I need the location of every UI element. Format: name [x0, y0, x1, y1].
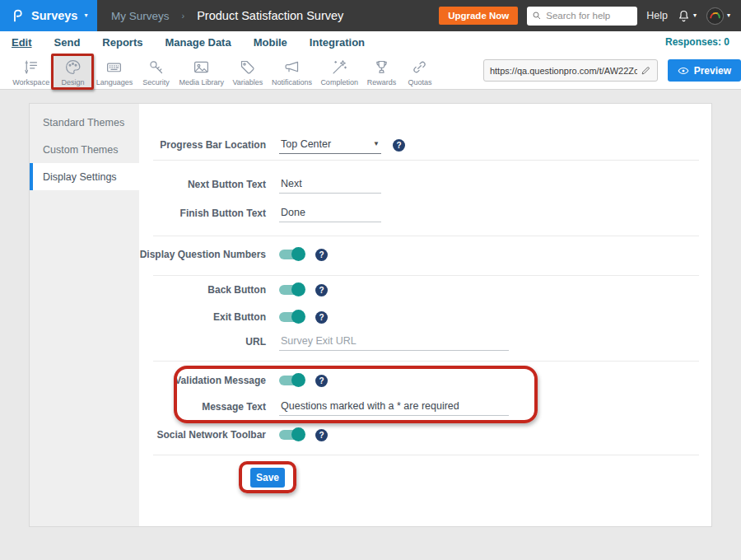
- help-icon[interactable]: ?: [393, 139, 405, 152]
- nav-tab-mobile[interactable]: Mobile: [254, 36, 287, 49]
- exit-button-label: Exit Button: [30, 311, 266, 323]
- toolbar-item-rewards[interactable]: Rewards: [362, 55, 401, 88]
- validation-message-toggle[interactable]: [279, 376, 304, 385]
- product-name: Surveys: [31, 9, 77, 22]
- breadcrumb-my-surveys[interactable]: My Surveys: [111, 10, 170, 22]
- validation-message-label: Validation Message: [30, 375, 266, 386]
- help-icon[interactable]: ?: [315, 249, 328, 261]
- breadcrumb: My Surveys › Product Satisfaction Survey: [111, 9, 343, 22]
- survey-url-field[interactable]: [483, 59, 658, 82]
- help-icon[interactable]: ?: [315, 311, 328, 324]
- message-text-input[interactable]: [279, 399, 509, 416]
- search-icon: [532, 11, 542, 21]
- responses-count[interactable]: Responses: 0: [665, 36, 729, 48]
- toolbar-item-security[interactable]: Security: [137, 55, 175, 88]
- rewards-trophy-icon: [373, 58, 390, 76]
- preview-button[interactable]: Preview: [668, 59, 741, 82]
- notifications-bell-button[interactable]: ▾: [677, 9, 697, 23]
- exit-url-row: URL: [30, 332, 697, 352]
- languages-keyboard-icon: [105, 58, 123, 76]
- divider: [153, 275, 699, 276]
- chevron-down-icon: ▾: [693, 12, 697, 19]
- nav-tab-manage-data[interactable]: Manage Data: [165, 36, 231, 49]
- nav-tab-send[interactable]: Send: [54, 36, 81, 49]
- account-menu-button[interactable]: ▾: [706, 7, 730, 26]
- topbar-actions: Upgrade Now Help ▾: [439, 7, 741, 26]
- help-icon[interactable]: ?: [315, 429, 328, 441]
- toolbar-item-workspace[interactable]: Workspace: [8, 55, 54, 88]
- notifications-megaphone-icon: [283, 58, 301, 76]
- design-palette-icon: [64, 58, 82, 76]
- sidebar-item-standard-themes[interactable]: Standard Themes: [30, 109, 139, 136]
- exit-button-row: Exit Button ?: [30, 307, 697, 327]
- toolbar-item-quotas[interactable]: Quotas: [401, 55, 439, 88]
- edit-toolbar: Workspace Design Languages Security Medi…: [0, 53, 741, 90]
- progress-bar-location-select[interactable]: Top Center ▼: [279, 137, 381, 154]
- survey-url-input[interactable]: [490, 66, 637, 76]
- finish-button-text-row: Finish Button Text: [30, 203, 697, 223]
- toolbar-item-variables[interactable]: Variables: [228, 55, 268, 88]
- question-numbers-toggle[interactable]: [279, 250, 304, 259]
- variables-tag-icon: [239, 58, 256, 76]
- back-button-row: Back Button ?: [30, 280, 697, 300]
- divider: [153, 236, 699, 236]
- toolbar-item-design[interactable]: Design: [54, 55, 91, 88]
- nav-tab-integration[interactable]: Integration: [310, 36, 365, 49]
- finish-button-text-input[interactable]: [279, 205, 381, 222]
- divider: [153, 160, 699, 161]
- save-button[interactable]: Save: [250, 468, 285, 488]
- social-toolbar-row: Social Network Toolbar ?: [30, 425, 697, 445]
- back-button-toggle[interactable]: [279, 285, 304, 295]
- message-text-row: Message Text: [30, 397, 697, 417]
- nav-tab-reports[interactable]: Reports: [102, 36, 142, 49]
- chevron-down-icon: ▾: [727, 12, 730, 19]
- help-search[interactable]: [527, 7, 637, 26]
- edit-url-pencil-icon[interactable]: [641, 65, 651, 76]
- help-icon[interactable]: ?: [315, 284, 328, 296]
- social-toolbar-toggle[interactable]: [279, 430, 304, 440]
- questionpro-logo-icon: [11, 7, 25, 24]
- security-key-icon: [147, 58, 165, 76]
- toolbar-item-notifications[interactable]: Notifications: [268, 55, 316, 88]
- product-switcher[interactable]: Surveys ▾: [0, 0, 97, 31]
- chevron-down-icon: ▼: [373, 140, 380, 147]
- workspace-icon: [22, 58, 40, 76]
- eye-icon: [678, 65, 689, 77]
- breadcrumb-separator: ›: [182, 11, 185, 21]
- help-icon[interactable]: ?: [315, 375, 328, 387]
- survey-nav: Edit Send Reports Manage Data Mobile Int…: [0, 31, 741, 53]
- toolbar-item-languages[interactable]: Languages: [91, 55, 137, 88]
- survey-title: Product Satisfaction Survey: [197, 9, 343, 22]
- validation-message-row: Validation Message ?: [30, 371, 697, 390]
- toolbar-item-completion[interactable]: Completion: [316, 55, 362, 88]
- next-button-text-row: Next Button Text: [30, 175, 697, 194]
- progress-bar-location-row: Progress Bar Location Top Center ▼ ?: [30, 135, 697, 155]
- top-bar: Surveys ▾ My Surveys › Product Satisfact…: [0, 0, 741, 31]
- quotas-link-icon: [411, 58, 428, 76]
- next-button-text-input[interactable]: [279, 176, 381, 194]
- back-button-label: Back Button: [30, 284, 266, 296]
- progress-bar-location-value: Top Center: [281, 138, 331, 150]
- preview-label: Preview: [694, 65, 731, 77]
- message-text-label: Message Text: [30, 401, 266, 413]
- upgrade-now-button[interactable]: Upgrade Now: [439, 7, 518, 25]
- next-button-text-label: Next Button Text: [30, 179, 266, 190]
- toolbar-item-media-library[interactable]: Media Library: [175, 55, 228, 88]
- social-toolbar-label: Social Network Toolbar: [30, 429, 266, 441]
- question-numbers-label: Display Question Numbers: [30, 249, 266, 260]
- progress-bar-location-label: Progress Bar Location: [30, 139, 266, 151]
- divider: [153, 455, 699, 455]
- exit-url-label: URL: [30, 336, 266, 348]
- help-link[interactable]: Help: [646, 10, 668, 21]
- nav-tab-edit[interactable]: Edit: [12, 36, 32, 49]
- app-window: Surveys ▾ My Surveys › Product Satisfact…: [0, 0, 741, 560]
- exit-url-input[interactable]: [279, 334, 509, 351]
- help-search-input[interactable]: [546, 11, 632, 21]
- finish-button-text-label: Finish Button Text: [30, 208, 266, 219]
- completion-wand-icon: [331, 58, 348, 76]
- exit-button-toggle[interactable]: [279, 312, 304, 322]
- design-settings-panel: Standard Themes Custom Themes Display Se…: [29, 103, 712, 527]
- chevron-down-icon: ▾: [84, 12, 87, 19]
- question-numbers-row: Display Question Numbers ?: [30, 245, 697, 264]
- bell-icon: [677, 9, 691, 23]
